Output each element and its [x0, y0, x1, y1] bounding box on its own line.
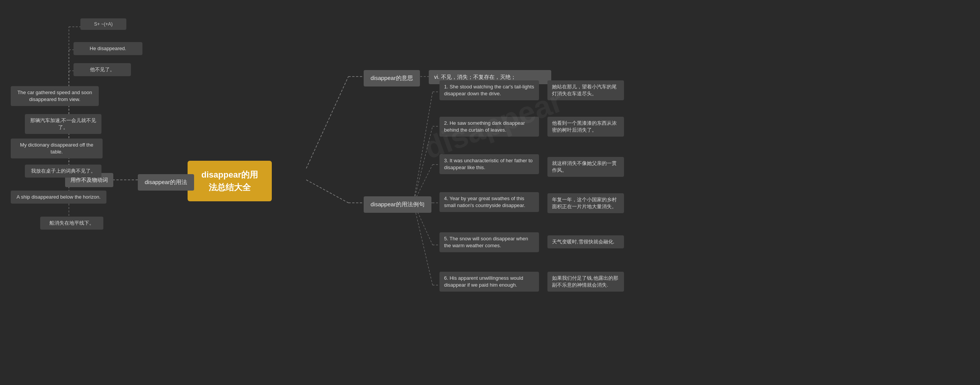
usage-example-zh-3: 就这样消失不像她父亲的一贯作风。 — [547, 157, 624, 177]
meaning-label-node: disappear的意思 — [364, 70, 420, 86]
example-zh-1: 他不见了。 — [74, 63, 131, 76]
usage-example-en-2: 2. He saw something dark disappear behin… — [439, 117, 539, 137]
usage-example-en-6: 6. His apparent unwillingness would disa… — [439, 272, 539, 292]
example-en-1: He disappeared. — [74, 42, 142, 55]
svg-line-20 — [306, 77, 348, 168]
usage-example-zh-6: 如果我们付足了钱,他露出的那副不乐意的神情就会消失. — [547, 272, 624, 292]
svg-line-35 — [413, 203, 433, 285]
usage-example-zh-2: 他看到一个黑漆漆的东西从浓密的树叶后消失了。 — [547, 117, 624, 137]
usage-example-zh-4: 年复一年，这个小国家的乡村面积正在一片片地大量消失。 — [547, 193, 624, 213]
center-node: disappear的用法总结大全 — [188, 161, 272, 201]
usage-example-zh-5: 天气变暖时,雪很快就会融化. — [547, 235, 624, 248]
usage-example-en-5: 5. The snow will soon disappear when the… — [439, 232, 539, 252]
example-en-4: A ship disappeared below the horizon. — [11, 191, 106, 204]
examples-label-node: disappear的用法例句 — [364, 196, 431, 213]
svg-line-23 — [306, 180, 348, 203]
main-usage-node: disappear的用法 — [138, 174, 194, 191]
svg-line-27 — [413, 126, 433, 203]
usage-example-zh-1: 她站在那儿，望着小汽车的尾灯消失在车道尽头。 — [547, 80, 624, 100]
usage-example-en-4: 4. Year by year great swathes of this sm… — [439, 192, 539, 212]
example-en-2: The car gathered speed and soon disappea… — [11, 86, 99, 106]
usage-example-en-3: 3. It was uncharacteristic of her father… — [439, 154, 539, 174]
example-zh-4: 船消失在地平线下。 — [40, 217, 103, 230]
example-zh-2: 那辆汽车加速,不一会儿就不见了。 — [25, 114, 101, 134]
shortcut-node: S+ ~(+A) — [80, 18, 126, 30]
svg-line-25 — [413, 92, 433, 203]
usage-example-en-1: 1. She stood watching the car's tail-lig… — [439, 80, 539, 100]
example-zh-3: 我放在桌子上的词典不见了。 — [25, 165, 101, 178]
example-en-3: My dictionary disappeared off the table. — [11, 139, 103, 158]
